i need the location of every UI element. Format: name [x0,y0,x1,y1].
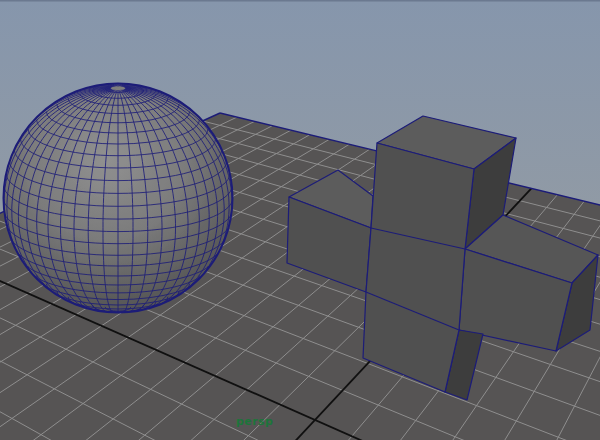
maya-perspective-viewport[interactable]: persp [0,0,600,440]
camera-label: persp [236,415,273,428]
viewport-top-edge [0,0,600,2]
viewport-canvas [0,0,600,440]
polygon-sphere[interactable] [3,83,233,313]
